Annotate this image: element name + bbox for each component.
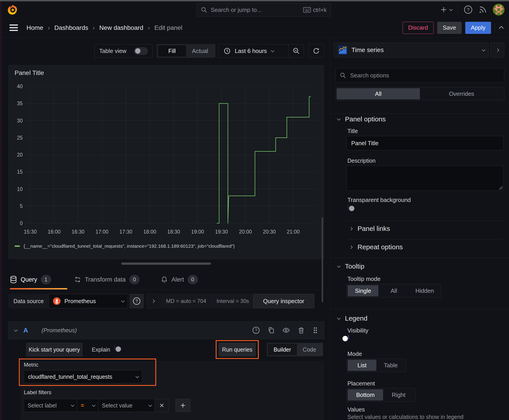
collapse-query-icon[interactable]	[14, 328, 18, 332]
panel-title-input[interactable]	[347, 136, 504, 150]
breadcrumb-dashboards[interactable]: Dashboards	[54, 24, 88, 31]
legend-section-header[interactable]: Legend	[337, 312, 367, 324]
tooltip-single-option[interactable]: Single	[348, 285, 378, 296]
collapse-header-icon[interactable]	[499, 26, 504, 31]
repeat-options-section-header[interactable]: Repeat options	[350, 242, 403, 252]
disable-query-button[interactable]	[282, 326, 290, 334]
time-range-control: Last 6 hours	[218, 44, 304, 58]
actual-option[interactable]: Actual	[186, 45, 214, 57]
legend-series-label[interactable]: {__name__="cloudflared_tunnel_total_requ…	[23, 243, 235, 249]
table-view-control: Table view	[94, 44, 153, 58]
chart-legend[interactable]: {__name__="cloudflared_tunnel_total_requ…	[15, 243, 235, 249]
builder-option[interactable]: Builder	[268, 344, 297, 355]
time-range-picker[interactable]: Last 6 hours	[219, 47, 289, 54]
explain-toggle[interactable]	[114, 345, 115, 350]
options-search-input[interactable]	[350, 72, 500, 79]
svg-text:40: 40	[17, 83, 23, 89]
time-series-viz-icon	[338, 45, 347, 55]
table-view-toggle[interactable]	[134, 47, 148, 55]
kick-start-query-button[interactable]: Kick start your query	[26, 343, 82, 356]
search-icon	[340, 72, 346, 79]
expand-query-row-button[interactable]	[147, 294, 159, 308]
query-row-header[interactable]: A (Prometheus) ?	[8, 321, 324, 339]
resize-handle-icon[interactable]	[499, 186, 502, 190]
trash-icon	[298, 327, 305, 334]
metric-select[interactable]: cloudflared_tunnel_total_requests	[24, 370, 142, 383]
main-scrollbar[interactable]	[322, 217, 323, 302]
collapse-options-pane-button[interactable]	[490, 43, 504, 57]
placement-bottom-option[interactable]: Bottom	[348, 389, 383, 400]
placement-right-option[interactable]: Right	[383, 389, 414, 400]
tooltip-hidden-option[interactable]: Hidden	[409, 285, 440, 296]
search-input[interactable]	[210, 6, 300, 14]
grafana-logo[interactable]	[7, 4, 18, 16]
add-filter-button[interactable]	[175, 399, 190, 412]
apply-button[interactable]: Apply	[465, 22, 491, 34]
time-series-chart[interactable]: 051015202530354015:3016:0016:3017:0017:3…	[12, 80, 320, 240]
menu-icon[interactable]	[9, 24, 18, 31]
chevron-down-icon	[271, 49, 274, 52]
tooltip-all-option[interactable]: All	[378, 285, 409, 296]
description-textarea[interactable]	[347, 165, 504, 191]
add-new-button[interactable]	[440, 6, 452, 14]
global-search[interactable]: ctrl+k	[197, 3, 331, 17]
svg-text:?: ?	[467, 7, 470, 13]
metric-label: Metric	[24, 362, 38, 368]
chevron-right-icon	[349, 245, 353, 249]
chevron-right-icon	[349, 227, 353, 230]
grafana-edit-panel-app: ctrl+k ?	[0, 0, 509, 420]
rss-icon	[479, 5, 487, 14]
panel-links-section-header[interactable]: Panel links	[350, 224, 390, 234]
breadcrumb-new-dashboard[interactable]: New dashboard	[99, 24, 143, 31]
legend-swatch	[15, 246, 20, 247]
fill-option[interactable]: Fill	[158, 45, 186, 57]
breadcrumb-home[interactable]: Home	[26, 24, 43, 31]
select-value-dropdown[interactable]: Select value	[98, 399, 155, 412]
tab-overrides[interactable]: Overrides	[420, 88, 503, 99]
drag-query-handle[interactable]	[312, 326, 318, 334]
svg-text:19:30: 19:30	[215, 229, 228, 235]
panel-options-section-header[interactable]: Panel options	[337, 112, 386, 126]
query-help-button[interactable]: ?	[252, 326, 260, 334]
tooltip-section-header[interactable]: Tooltip	[337, 260, 365, 272]
tab-alert-badge: 0	[188, 275, 198, 284]
duplicate-query-button[interactable]	[267, 327, 275, 334]
query-inspector-button[interactable]: Query inspector	[253, 294, 314, 308]
breadcrumb: Home › Dashboards › New dashboard › Edit…	[26, 24, 182, 31]
datasource-picker[interactable]: Prometheus	[48, 294, 128, 308]
eye-icon	[282, 326, 290, 334]
user-avatar[interactable]	[493, 4, 504, 15]
values-label: Values	[347, 406, 365, 413]
help-button[interactable]: ?	[464, 5, 473, 14]
datasource-help-button[interactable]: ?	[130, 294, 144, 308]
options-search[interactable]	[335, 68, 504, 82]
tab-alert[interactable]: Alert 0	[161, 271, 198, 288]
tab-query[interactable]: Query 1	[10, 271, 51, 288]
remove-filter-button[interactable]	[155, 399, 169, 412]
tab-all[interactable]: All	[337, 88, 420, 99]
transparent-background-toggle[interactable]	[348, 205, 348, 209]
window-left-edge	[0, 1, 2, 420]
legend-visibility-toggle[interactable]	[348, 335, 349, 339]
legend-list-option[interactable]: List	[348, 360, 376, 371]
tab-transform-data[interactable]: Transform data 0	[74, 271, 140, 288]
transparent-background-label: Transparent background	[347, 196, 411, 203]
code-option[interactable]: Code	[297, 344, 322, 355]
svg-text:20:00: 20:00	[239, 229, 252, 235]
refresh-button[interactable]	[308, 44, 324, 58]
run-queries-button[interactable]: Run queries	[219, 343, 256, 356]
zoom-out-button[interactable]	[289, 45, 304, 57]
save-button[interactable]: Save	[437, 22, 462, 34]
delete-query-button[interactable]	[298, 327, 305, 334]
discard-button[interactable]: Discard	[403, 22, 433, 34]
panel-resize-handle[interactable]	[121, 262, 211, 265]
operator-dropdown[interactable]: =	[77, 399, 98, 412]
svg-text:15: 15	[17, 169, 23, 175]
interval-stat: Interval = 30s	[217, 298, 249, 304]
select-label-dropdown[interactable]: Select label	[24, 399, 77, 412]
news-button[interactable]	[479, 5, 487, 14]
chevron-down-icon	[71, 403, 75, 407]
visualization-picker[interactable]: Time series	[334, 43, 489, 57]
tooltip-mode-segment: Single All Hidden	[347, 284, 441, 298]
legend-table-option[interactable]: Table	[376, 360, 405, 371]
